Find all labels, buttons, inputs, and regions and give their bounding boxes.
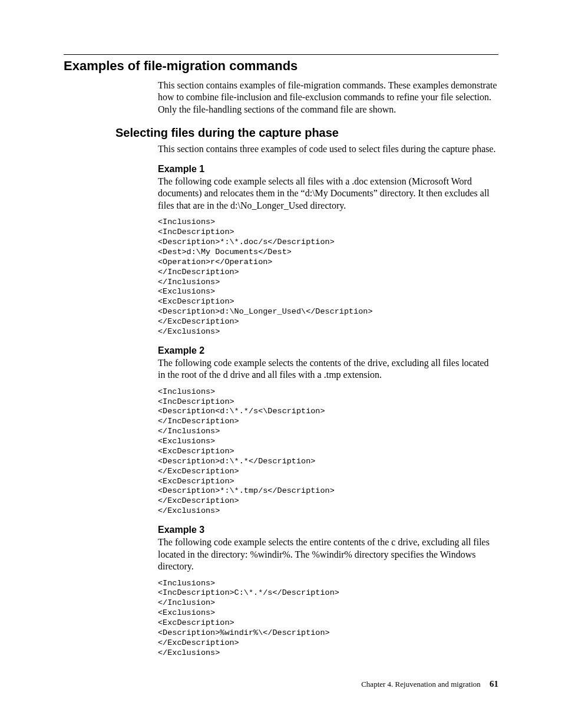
section-block: Selecting files during the capture phase bbox=[115, 126, 498, 140]
example-1-heading: Example 1 bbox=[158, 164, 498, 174]
example-2-code: <Inclusions> <IncDescription> <Descripti… bbox=[158, 387, 498, 516]
heading-2: Selecting files during the capture phase bbox=[115, 126, 498, 140]
page-number: 61 bbox=[490, 679, 498, 689]
page: Examples of file-migration commands This… bbox=[0, 0, 562, 728]
intro-block: This section contains examples of file-m… bbox=[158, 80, 498, 116]
example-3-text: The following code example selects the e… bbox=[158, 536, 498, 572]
heading-1: Examples of file-migration commands bbox=[64, 58, 498, 74]
example-3-heading: Example 3 bbox=[158, 525, 498, 535]
example-3-code: <Inclusions> <IncDescription>C:\*.*/s</D… bbox=[158, 579, 498, 658]
example-2-heading: Example 2 bbox=[158, 345, 498, 356]
footer-chapter-text: Chapter 4. Rejuvenation and migration bbox=[361, 680, 481, 689]
intro-text: This section contains examples of file-m… bbox=[158, 80, 498, 116]
content-block: This section contains three examples of … bbox=[158, 143, 498, 658]
top-rule bbox=[64, 54, 498, 55]
example-1-code: <Inclusions> <IncDescription> <Descripti… bbox=[158, 218, 498, 337]
example-2-text: The following code example selects the c… bbox=[158, 357, 498, 381]
page-footer: Chapter 4. Rejuvenation and migration 61 bbox=[361, 679, 498, 689]
example-1-text: The following code example selects all f… bbox=[158, 176, 498, 212]
h2-intro-text: This section contains three examples of … bbox=[158, 143, 498, 155]
